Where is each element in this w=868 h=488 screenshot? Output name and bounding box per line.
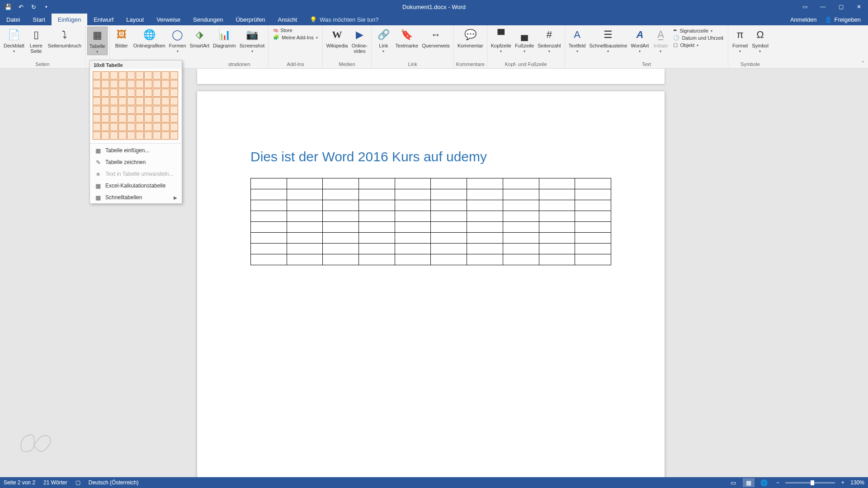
grid-cell[interactable]: [101, 114, 109, 122]
fusszeile-button[interactable]: ▄ Fußzeile ▾: [513, 27, 536, 54]
tabelle-button[interactable]: ▦ Tabelle ▾: [87, 27, 108, 55]
table-cell[interactable]: [395, 222, 431, 233]
spellcheck-icon[interactable]: ▢: [75, 479, 80, 486]
grid-cell[interactable]: [118, 106, 127, 114]
formel-button[interactable]: π Formel ▾: [730, 27, 750, 54]
table-cell[interactable]: [323, 178, 359, 189]
grid-cell[interactable]: [110, 114, 118, 122]
table-cell[interactable]: [503, 222, 539, 233]
grid-cell[interactable]: [144, 106, 152, 114]
bilder-button[interactable]: 🖼 Bilder: [112, 27, 132, 49]
schnellbausteine-button[interactable]: ☰ Schnellbausteine ▾: [587, 27, 629, 54]
grid-cell[interactable]: [161, 97, 170, 105]
grid-cell[interactable]: [93, 123, 101, 131]
grid-cell[interactable]: [161, 89, 170, 97]
table-cell[interactable]: [395, 211, 431, 222]
grid-cell[interactable]: [153, 106, 161, 114]
tab-layout[interactable]: Layout: [120, 14, 150, 25]
table-cell[interactable]: [359, 211, 395, 222]
table-cell[interactable]: [503, 211, 539, 222]
grid-cell[interactable]: [153, 89, 161, 97]
table-cell[interactable]: [503, 254, 539, 265]
table-cell[interactable]: [575, 189, 611, 200]
grid-cell[interactable]: [153, 123, 161, 131]
grid-cell[interactable]: [170, 123, 178, 131]
table-cell[interactable]: [287, 222, 323, 233]
grid-cell[interactable]: [136, 97, 144, 105]
smartart-button[interactable]: ⬗ SmartArt: [188, 27, 211, 49]
tab-ueberpruefen[interactable]: Überprüfen: [230, 14, 272, 25]
formen-button[interactable]: ◯ Formen ▾: [167, 27, 188, 54]
table-cell[interactable]: [539, 178, 575, 189]
grid-cell[interactable]: [93, 80, 101, 88]
textmarke-button[interactable]: 🔖 Textmarke: [393, 27, 420, 49]
tab-sendungen[interactable]: Sendungen: [187, 14, 230, 25]
grid-cell[interactable]: [136, 106, 144, 114]
grid-cell[interactable]: [153, 131, 161, 140]
seitenzahl-button[interactable]: # Seitenzahl ▾: [536, 27, 562, 54]
grid-cell[interactable]: [118, 89, 127, 97]
tabelle-zeichnen-item[interactable]: ✎ Tabelle zeichnen: [90, 156, 182, 168]
table-cell[interactable]: [431, 244, 467, 254]
table-cell[interactable]: [287, 233, 323, 244]
wikipedia-button[interactable]: W Wikipedia: [325, 27, 350, 49]
status-words[interactable]: 21 Wörter: [43, 479, 67, 486]
table-cell[interactable]: [539, 211, 575, 222]
grid-cell[interactable]: [144, 123, 152, 131]
table-cell[interactable]: [287, 244, 323, 254]
document-page[interactable]: Dies ist der Word 2016 Kurs auf udemy: [197, 91, 665, 477]
undo-icon[interactable]: ↶: [15, 1, 26, 12]
document-table-preview[interactable]: [250, 178, 611, 265]
grid-cell[interactable]: [161, 71, 170, 80]
onlinevideo-button[interactable]: ▶ Online- video: [349, 27, 369, 55]
table-cell[interactable]: [575, 200, 611, 211]
grid-cell[interactable]: [153, 80, 161, 88]
grid-cell[interactable]: [93, 89, 101, 97]
table-cell[interactable]: [431, 254, 467, 265]
table-cell[interactable]: [395, 233, 431, 244]
table-cell[interactable]: [395, 200, 431, 211]
table-cell[interactable]: [539, 189, 575, 200]
grid-cell[interactable]: [93, 97, 101, 105]
grid-cell[interactable]: [110, 97, 118, 105]
zoom-in-icon[interactable]: +: [839, 479, 847, 486]
table-cell[interactable]: [431, 178, 467, 189]
close-icon[interactable]: ✕: [850, 0, 868, 14]
grid-cell[interactable]: [153, 114, 161, 122]
link-button[interactable]: 🔗 Link ▾: [373, 27, 393, 54]
tab-einfuegen[interactable]: Einfügen: [52, 14, 87, 25]
grid-cell[interactable]: [110, 131, 118, 140]
grid-cell[interactable]: [118, 114, 127, 122]
grid-cell[interactable]: [136, 80, 144, 88]
table-cell[interactable]: [431, 222, 467, 233]
grid-cell[interactable]: [144, 97, 152, 105]
table-cell[interactable]: [323, 211, 359, 222]
querverweis-button[interactable]: ↔ Querverweis: [420, 27, 452, 49]
grid-cell[interactable]: [101, 123, 109, 131]
table-cell[interactable]: [323, 233, 359, 244]
table-cell[interactable]: [575, 222, 611, 233]
grid-cell[interactable]: [118, 123, 127, 131]
table-cell[interactable]: [323, 189, 359, 200]
table-cell[interactable]: [467, 233, 503, 244]
grid-cell[interactable]: [127, 71, 135, 80]
table-cell[interactable]: [359, 222, 395, 233]
table-cell[interactable]: [467, 222, 503, 233]
table-cell[interactable]: [503, 189, 539, 200]
table-cell[interactable]: [287, 178, 323, 189]
table-cell[interactable]: [395, 254, 431, 265]
table-cell[interactable]: [467, 200, 503, 211]
signaturzeile-button[interactable]: ✒ Signaturzeile ▾: [673, 28, 723, 33]
datum-uhrzeit-button[interactable]: 🕒 Datum und Uhrzeit: [673, 35, 723, 41]
tabelle-einfuegen-item[interactable]: ▦ Tabelle einfügen...: [90, 145, 182, 156]
grid-cell[interactable]: [101, 80, 109, 88]
grid-cell[interactable]: [153, 71, 161, 80]
grid-cell[interactable]: [153, 97, 161, 105]
table-cell[interactable]: [251, 222, 287, 233]
table-cell[interactable]: [431, 189, 467, 200]
table-cell[interactable]: [539, 222, 575, 233]
grid-cell[interactable]: [136, 89, 144, 97]
table-cell[interactable]: [323, 254, 359, 265]
zoom-out-icon[interactable]: −: [774, 479, 782, 486]
zoom-level[interactable]: 130%: [850, 479, 864, 486]
